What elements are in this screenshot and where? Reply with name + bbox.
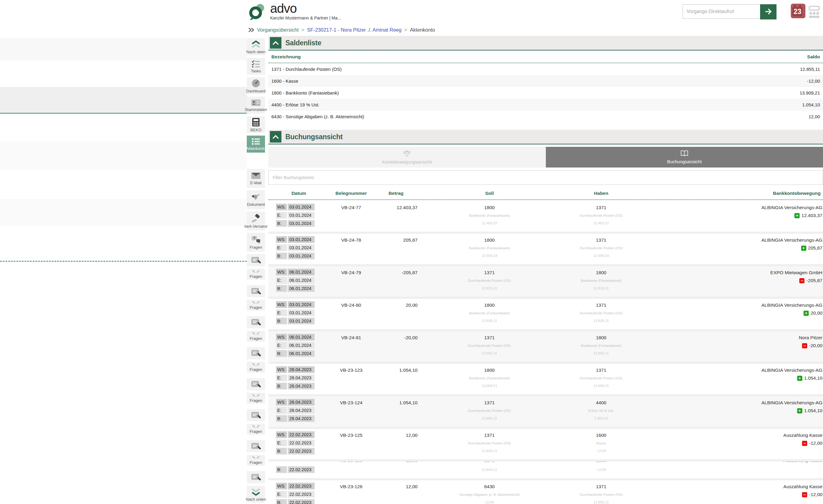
b-date: B:22.02.2023 <box>276 448 329 455</box>
booking-row[interactable]: WS:03.01.2024 E:03.01.2024 B:03.01.2024 … <box>268 201 823 234</box>
booking-row[interactable]: WS:03.01.2024 E:03.01.2024 B:03.01.2024 … <box>268 299 823 331</box>
sidebar-item-fragen[interactable]: Fragen <box>247 362 265 373</box>
collapse-chevron-up-icon[interactable] <box>270 131 282 143</box>
sidebar-item-fragen[interactable]: ? Fragen <box>247 233 265 252</box>
breadcrumb-item[interactable]: Vorgangsübersicht <box>257 27 299 33</box>
calendar-badge[interactable]: 23 <box>791 4 805 18</box>
sidebar-item-nach-oben[interactable]: Nach oben <box>247 38 265 55</box>
saldenliste-header-row: Bezeichnung Saldo <box>268 50 823 63</box>
booking-row[interactable]: WS:22.02.2023 E:22.02.2023 B:22.02.2023 … <box>268 480 823 504</box>
sidebar-item-memo[interactable] <box>247 409 265 421</box>
datum-cell: WS:03.01.2024 E:03.01.2024 B:03.01.2024 <box>268 299 329 329</box>
haben-saldo: 12.855,11 <box>560 350 642 356</box>
sidebar-item-dashboard[interactable]: Dashboard <box>247 77 265 94</box>
soll-konto: 1371 <box>419 432 560 439</box>
memo-icon <box>251 473 261 482</box>
b-date: B:03.01.2024 <box>276 253 329 259</box>
sidebar-item-beko[interactable]: BEKO <box>247 116 265 133</box>
bankkontobewegung-cell: ALBINGIA Versicherungs-AG + 12.403,37 <box>642 201 823 232</box>
soll-konto-name: Sonstige Abgaben (z. B. Akteneinsicht) <box>419 492 560 498</box>
haben-konto: 1371 <box>560 483 642 490</box>
saldenliste-row[interactable]: 1600 - Kasse -12,00 <box>268 75 823 87</box>
sign-badge: – <box>802 441 807 446</box>
booking-row-clipped[interactable]: VB-23-125 12,00 1371 1600 Auszahlung Kas… <box>268 462 823 480</box>
booking-row[interactable]: WS:06.01.2024 E:06.01.2024 B:06.01.2024 … <box>268 266 823 299</box>
datum-cell: WS:06.01.2024 E:06.01.2024 B:06.01.2024 <box>268 266 329 297</box>
sidebar-item-fragen[interactable]: Fragen <box>247 424 265 435</box>
search-go-button[interactable] <box>760 4 777 19</box>
tab-label: Buchungsansicht <box>667 159 702 164</box>
haben-cell: 1371 Durchlaufende Posten (OS) 12.609,24 <box>560 234 642 264</box>
clipped-line: VB-23-125 12,00 1371 1600 Auszahlung Kas… <box>268 462 823 464</box>
sidebar-item-memo[interactable] <box>247 378 265 390</box>
sidebar-item-memo[interactable] <box>247 440 265 452</box>
sign-badge: – <box>802 492 807 497</box>
booking-row[interactable]: WS:28.04.2023 E:28.04.2023 B:28.04.2023 … <box>268 396 823 429</box>
sidebar-item-memo[interactable] <box>247 316 265 328</box>
booking-row[interactable]: WS:03.01.2024 E:03.01.2024 B:03.01.2024 … <box>268 234 823 266</box>
sidebar-item-dokument[interactable]: Dokument <box>247 190 265 209</box>
sidebar-item-memo[interactable] <box>247 285 265 297</box>
sidebar-item-label: Fragen <box>250 306 262 310</box>
app-logo[interactable]: advo Kanzlei Mustermann & Partner | Ma..… <box>248 2 341 22</box>
buchungsansicht-title: Buchungsansicht <box>285 133 342 141</box>
filter-buchungskonto-input[interactable] <box>268 170 823 185</box>
ws-date: WS:28.04.2023 <box>276 399 329 405</box>
betrag-cell: 1.054,10 <box>373 396 419 427</box>
betrag-cell: -20,00 <box>373 331 419 362</box>
bewegung-amount: -12,00 <box>809 441 822 446</box>
sidebar-item-fragen[interactable]: Fragen <box>247 393 265 404</box>
saldenliste-row[interactable]: 6430 - Sonstige Abgaben (z. B. Akteneins… <box>268 111 823 123</box>
sidebar-item-nach-unten[interactable]: Nach unten <box>247 486 265 503</box>
belegnummer-cell: VB-23-126 <box>329 480 373 504</box>
datum-cell: WS:28.04.2023 E:28.04.2023 B:28.04.2023 <box>268 396 329 427</box>
soll-saldo: 12.609,24 <box>419 253 560 259</box>
main-content: Saldenliste Bezeichnung Saldo 1371 - Dur… <box>268 36 823 504</box>
search-input[interactable] <box>683 4 761 19</box>
soll-saldo: 12.855,11 <box>419 350 560 356</box>
sidebar-item-memo[interactable] <box>247 254 265 266</box>
soll-konto-name: Durchlaufende Posten (OS) <box>419 440 560 446</box>
booking-row[interactable]: WS:28.04.2023 E:28.04.2023 B:28.04.2023 … <box>268 364 823 396</box>
sidebar-item-label: Tasks <box>251 69 261 73</box>
tab-buchungsansicht[interactable]: Buchungsansicht <box>546 147 823 167</box>
booking-row[interactable]: WS:06.01.2024 E:06.01.2024 B:06.01.2024 … <box>268 331 823 364</box>
sidebar-item-stammdaten[interactable]: Stammdaten <box>247 97 265 114</box>
soll-konto: 1371 <box>419 334 560 341</box>
saldenliste-row[interactable]: 4400 - Erlöse 19 % Ust. 1.054,10 <box>268 99 823 111</box>
meeting-people-icon[interactable] <box>807 5 821 19</box>
sidebar-item-e-mail[interactable]: E-Mail <box>247 169 265 188</box>
collapse-chevron-up-icon[interactable] <box>270 37 282 49</box>
sidebar-item-memo[interactable] <box>247 471 265 483</box>
sidebar-item-fragen[interactable]: Fragen <box>247 300 265 311</box>
sidebar-item-bea-versand[interactable]: beA-Versand <box>247 211 265 230</box>
sidebar-item-fragen[interactable]: Fragen <box>247 331 265 342</box>
sidebar-item-aktenkonto[interactable]: Aktenkonto <box>247 136 265 153</box>
soll-cell: 1800 Bankkonto (Fantasiebank) 12.609,24 <box>419 234 560 264</box>
belegnummer-cell: VB-24-81 <box>329 331 373 362</box>
sidebar-item-fragen[interactable]: Fragen <box>247 269 265 280</box>
scale-icon <box>403 150 411 158</box>
sidebar-item-tasks[interactable]: Tasks <box>247 58 265 75</box>
datum-cell: WS:22.02.2023 E:22.02.2023 B:22.02.2023 <box>268 429 329 459</box>
belegnummer-cell: VB-24-78 <box>329 234 373 264</box>
background-band-with-green-line <box>0 87 247 114</box>
sidebar-item-label: Fragen <box>250 430 262 434</box>
double-chevron-right-icon <box>248 27 255 32</box>
col-datum: Datum <box>268 187 329 199</box>
saldenliste-row[interactable]: 1800 - Bankkonto (Fantasiebank) 13.909,2… <box>268 87 823 99</box>
chevrons-down-icon <box>251 488 261 496</box>
tab-kontobewegungsansicht[interactable]: Kontobewegungsansicht <box>268 147 546 167</box>
bewegung-amount: -205,87 <box>806 278 822 283</box>
booking-row[interactable]: WS:22.02.2023 E:22.02.2023 B:22.02.2023 … <box>268 429 823 462</box>
soll-konto: 1371 <box>419 399 560 406</box>
col-betrag: Betrag <box>373 187 419 199</box>
dashboard-icon <box>251 79 261 88</box>
soll-saldo: 12,00 <box>419 499 560 504</box>
sidebar-item-fragen[interactable]: Fragen <box>247 455 265 466</box>
soll-saldo: 13.909,21 <box>419 383 560 389</box>
breadcrumb-item[interactable]: SF-230217-1 - Nora Pitzer ./. Aminat Ree… <box>307 27 401 33</box>
saldenliste-row[interactable]: 1371 - Durchlaufende Posten (OS) 12.855,… <box>268 63 823 75</box>
sidebar-item-memo[interactable] <box>247 347 265 359</box>
sign-badge: + <box>804 311 809 316</box>
